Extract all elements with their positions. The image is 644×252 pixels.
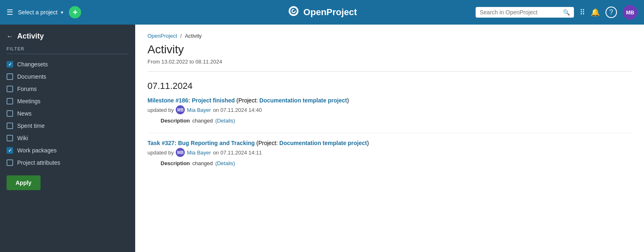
filter-item-work_packages[interactable]: Work packages (0, 144, 135, 157)
activity-meta-user[interactable]: Mia Bayer (187, 107, 211, 113)
activity-meta-avatar: MB (176, 105, 185, 114)
date-range: From 13.02.2022 to 08.11.2024 (147, 59, 632, 65)
filter-label-wiki: Wiki (17, 135, 28, 141)
filter-label-meetings: Meetings (17, 98, 41, 104)
search-box[interactable]: 🔍 (476, 7, 574, 18)
activity-meta: updated by MBMia Bayeron 07.11.2024 14:4… (147, 105, 632, 114)
breadcrumb-separator: / (180, 33, 182, 39)
filter-checkbox-spent_time[interactable] (7, 123, 13, 129)
add-project-button[interactable]: + (69, 6, 81, 18)
bell-icon[interactable]: 🔔 (591, 8, 600, 17)
activity-title: Task #327: Bug Reporting and Tracking (P… (147, 140, 632, 146)
activity-change-item: Description changed (Details) (161, 118, 632, 124)
filter-item-news[interactable]: News (0, 107, 135, 120)
grid-icon[interactable]: ⠿ (580, 8, 585, 17)
filter-item-wiki[interactable]: Wiki (0, 132, 135, 144)
activity-project-link[interactable]: Documentation template project (259, 97, 347, 104)
page-title: Activity (147, 43, 632, 56)
filter-label-forums: Forums (17, 86, 36, 92)
breadcrumb-root[interactable]: OpenProject (147, 33, 177, 39)
sidebar: ← Activity FILTER ChangesetsDocumentsFor… (0, 25, 135, 252)
avatar[interactable]: MB (623, 5, 637, 20)
sidebar-title: Activity (17, 32, 44, 41)
filter-list: ChangesetsDocumentsForumsMeetingsNewsSpe… (0, 58, 135, 169)
search-icon: 🔍 (563, 9, 570, 16)
activity-meta-avatar: MB (176, 148, 185, 157)
activity-change-item: Description changed (Details) (161, 160, 632, 166)
change-label: Description (161, 118, 190, 124)
change-label: Description (161, 160, 190, 166)
filter-label-changesets: Changesets (17, 61, 48, 68)
activity-title-link[interactable]: Task #327: Bug Reporting and Tracking (147, 140, 255, 146)
filter-checkbox-project_attributes[interactable] (7, 159, 13, 166)
help-icon[interactable]: ? (605, 7, 617, 18)
activity-changes: Description changed (Details) (154, 118, 632, 124)
chevron-down-icon: ▼ (60, 10, 64, 15)
filter-item-forums[interactable]: Forums (0, 83, 135, 95)
filter-item-documents[interactable]: Documents (0, 70, 135, 83)
main-layout: ← Activity FILTER ChangesetsDocumentsFor… (0, 25, 644, 252)
filter-item-project_attributes[interactable]: Project attributes (0, 157, 135, 169)
activity-entry-activity-1: Milestone #186: Project finished (Projec… (147, 97, 632, 124)
breadcrumb-current: Activity (185, 33, 202, 39)
activity-list: Milestone #186: Project finished (Projec… (147, 97, 632, 166)
filter-checkbox-meetings[interactable] (7, 98, 13, 104)
openproject-logo-icon (287, 5, 300, 20)
filter-checkbox-changesets[interactable] (7, 61, 13, 68)
details-link[interactable]: (Details) (215, 118, 235, 124)
activity-meta-user[interactable]: Mia Bayer (187, 150, 211, 156)
breadcrumb: OpenProject / Activity (147, 33, 632, 39)
filter-checkbox-wiki[interactable] (7, 135, 13, 141)
filter-checkbox-documents[interactable] (7, 73, 13, 80)
filter-item-meetings[interactable]: Meetings (0, 95, 135, 107)
search-input[interactable] (480, 9, 560, 16)
filter-label-spent_time: Spent time (17, 123, 45, 129)
filter-item-spent_time[interactable]: Spent time (0, 120, 135, 132)
top-navigation: ☰ Select a project ▼ + OpenProject 🔍 ⠿ 🔔… (0, 0, 644, 25)
activity-meta-date: on 07.11.2024 14:11 (213, 150, 262, 156)
logo-text: OpenProject (304, 7, 357, 18)
activity-project-link[interactable]: Documentation template project (279, 140, 367, 146)
filter-checkbox-work_packages[interactable] (7, 147, 13, 154)
activity-title-link[interactable]: Milestone #186: Project finished (147, 97, 235, 104)
hamburger-icon[interactable]: ☰ (7, 8, 13, 17)
filter-checkbox-news[interactable] (7, 110, 13, 117)
back-arrow-icon[interactable]: ← (7, 33, 13, 40)
topnav-right: 🔍 ⠿ 🔔 ? MB (476, 5, 637, 20)
main-content: OpenProject / Activity Activity From 13.… (135, 25, 644, 252)
filter-label-project_attributes: Project attributes (17, 159, 60, 166)
activity-meta: updated by MBMia Bayeron 07.11.2024 14:1… (147, 148, 632, 157)
main-divider (147, 71, 632, 72)
project-select-label: Select a project (18, 9, 58, 16)
logo-area: OpenProject (287, 5, 357, 20)
filter-checkbox-forums[interactable] (7, 86, 13, 92)
filter-item-changesets[interactable]: Changesets (0, 58, 135, 70)
apply-button[interactable]: Apply (7, 175, 41, 190)
activity-entry-activity-2: Task #327: Bug Reporting and Tracking (P… (147, 140, 632, 166)
activity-changes: Description changed (Details) (154, 160, 632, 166)
sidebar-header: ← Activity (0, 25, 135, 46)
activity-meta-date: on 07.11.2024 14:40 (213, 107, 262, 113)
date-heading: 07.11.2024 (147, 81, 632, 91)
filter-label-work_packages: Work packages (17, 147, 57, 154)
filter-label: FILTER (0, 46, 135, 54)
filter-divider (7, 54, 129, 54)
details-link[interactable]: (Details) (215, 160, 235, 166)
activity-section-divider (147, 133, 632, 133)
project-select[interactable]: Select a project ▼ (18, 9, 64, 16)
filter-label-news: News (17, 110, 32, 117)
filter-label-documents: Documents (17, 73, 46, 80)
activity-title: Milestone #186: Project finished (Projec… (147, 97, 632, 104)
